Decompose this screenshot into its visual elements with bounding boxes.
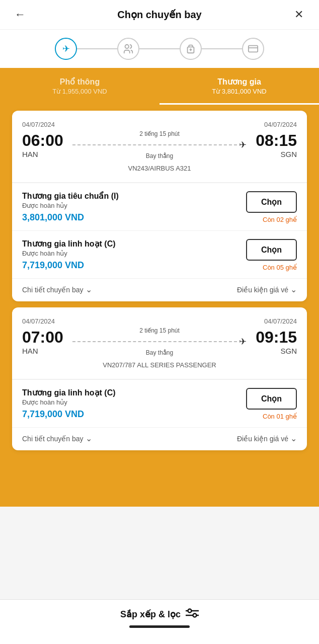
flight-card-2: 04/07/2024 04/07/2024 07:00 HAN 2 tiếng … xyxy=(12,307,307,450)
fare-1-2-refund: Được hoàn hủy xyxy=(22,250,246,257)
tab-bar: Phổ thông Từ 1,955,000 VND Thương gia Từ… xyxy=(0,68,319,105)
fare-1-1-refund: Được hoàn hủy xyxy=(22,202,246,209)
step-flight: ✈ xyxy=(55,38,77,60)
flight-2-departure-airport: HAN xyxy=(22,347,67,355)
flight-1-details-chevron: ⌄ xyxy=(86,285,92,294)
fare-1-1-name: Thương gia tiêu chuẩn (I) xyxy=(22,191,246,201)
flight-2-arrival-airport: SGN xyxy=(252,347,297,355)
flight-1-departure-airport: HAN xyxy=(22,150,67,158)
fare-1-2-seats: Còn 05 ghế xyxy=(263,264,297,271)
header: ← Chọn chuyến bay ✕ xyxy=(0,0,319,30)
flight-1-arrival-time: 08:15 xyxy=(252,131,297,150)
flight-1-conditions-link[interactable]: Điều kiện giá vé ⌄ xyxy=(237,285,297,294)
flight-2-duration: 2 tiếng 15 phút xyxy=(139,327,180,334)
flight-card-1: 04/07/2024 04/07/2024 06:00 HAN 2 tiếng … xyxy=(12,111,307,301)
flight-2-arrival-date: 04/07/2024 xyxy=(264,317,297,325)
flight-2-arrival-time: 09:15 xyxy=(252,328,297,347)
svg-rect-4 xyxy=(249,46,258,52)
flight-2-line xyxy=(72,341,237,342)
flight-1-type: Bay thẳng xyxy=(146,152,173,159)
progress-steps: ✈ xyxy=(0,30,319,68)
flight-1-departure-date: 04/07/2024 xyxy=(22,121,55,128)
flight-2-footer: Chi tiết chuyến bay ⌄ Điều kiện giá vé ⌄ xyxy=(12,427,307,450)
bottom-bar: Sắp xếp & lọc xyxy=(0,599,319,644)
fare-2-1-seats: Còn 01 ghế xyxy=(263,413,297,420)
step-payment xyxy=(242,38,264,60)
flight-1-arrow: ✈ xyxy=(239,139,247,150)
flight-1-line xyxy=(72,144,237,145)
sort-filter-label: Sắp xếp & lọc xyxy=(120,609,181,620)
svg-point-9 xyxy=(193,614,197,617)
filter-icon xyxy=(186,608,199,620)
fare-2-1: Thương gia linh hoạt (C) Được hoàn hủy 7… xyxy=(12,379,307,427)
flight-2-arrow: ✈ xyxy=(239,336,247,347)
fare-2-1-price: 7,719,000 VND xyxy=(22,409,246,420)
flight-1-details-link[interactable]: Chi tiết chuyến bay ⌄ xyxy=(22,285,92,294)
flight-1-conditions-chevron: ⌄ xyxy=(290,285,297,294)
fare-1-1-price: 3,801,000 VND xyxy=(22,212,246,223)
flight-1-departure-time: 06:00 xyxy=(22,131,67,150)
tab-thuong-gia[interactable]: Thương gia Từ 3,801,000 VND xyxy=(160,68,319,105)
fare-1-2: Thương gia linh hoạt (C) Được hoàn hủy 7… xyxy=(12,230,307,278)
back-button[interactable]: ← xyxy=(10,8,30,21)
flight-2-details-label: Chi tiết chuyến bay xyxy=(22,435,84,443)
fare-1-2-name: Thương gia linh hoạt (C) xyxy=(22,239,246,249)
fare-2-1-refund: Được hoàn hủy xyxy=(22,398,246,406)
fare-1-2-select-button[interactable]: Chọn xyxy=(246,239,297,261)
tab-pho-thong[interactable]: Phổ thông Từ 1,955,000 VND xyxy=(0,68,160,105)
fare-1-2-price: 7,719,000 VND xyxy=(22,260,246,271)
page-title: Chọn chuyến bay xyxy=(30,9,289,21)
sort-filter-button[interactable]: Sắp xếp & lọc xyxy=(10,608,309,620)
svg-point-7 xyxy=(188,609,192,613)
flight-2-departure-time: 07:00 xyxy=(22,328,67,347)
step-line-2 xyxy=(139,48,180,49)
step-luggage xyxy=(180,38,202,60)
flight-2-code: VN207/787 ALL SERIES PASSENGER xyxy=(22,356,297,372)
flight-1-footer: Chi tiết chuyến bay ⌄ Điều kiện giá vé ⌄ xyxy=(12,278,307,301)
step-line-1 xyxy=(77,48,117,49)
flight-2-departure-date: 04/07/2024 xyxy=(22,317,55,325)
flight-2-info: 04/07/2024 04/07/2024 07:00 HAN 2 tiếng … xyxy=(12,307,307,379)
flight-2-details-chevron: ⌄ xyxy=(86,434,92,443)
flight-1-duration: 2 tiếng 15 phút xyxy=(139,130,180,137)
step-line-3 xyxy=(202,48,242,49)
flight-1-code: VN243/AIRBUS A321 xyxy=(22,159,297,175)
tab-thuong-gia-price: Từ 3,801,000 VND xyxy=(166,88,313,95)
flight-2-conditions-label: Điều kiện giá vé xyxy=(237,435,288,443)
fare-2-1-name: Thương gia linh hoạt (C) xyxy=(22,388,246,397)
flight-2-details-link[interactable]: Chi tiết chuyến bay ⌄ xyxy=(22,434,92,443)
tab-pho-thong-label: Phổ thông xyxy=(6,77,153,87)
flight-1-info: 04/07/2024 04/07/2024 06:00 HAN 2 tiếng … xyxy=(12,111,307,183)
fare-1-1-seats: Còn 02 ghế xyxy=(263,216,297,223)
flight-1-arrival-airport: SGN xyxy=(252,150,297,158)
main-content: 04/07/2024 04/07/2024 06:00 HAN 2 tiếng … xyxy=(0,105,319,507)
flight-1-arrival-date: 04/07/2024 xyxy=(264,121,297,128)
home-indicator xyxy=(129,625,190,628)
close-button[interactable]: ✕ xyxy=(289,8,309,21)
tab-pho-thong-price: Từ 1,955,000 VND xyxy=(6,88,153,95)
flight-2-conditions-link[interactable]: Điều kiện giá vé ⌄ xyxy=(237,434,297,443)
tab-thuong-gia-label: Thương gia xyxy=(166,77,313,87)
fare-1-1-select-button[interactable]: Chọn xyxy=(246,191,297,213)
fare-2-1-select-button[interactable]: Chọn xyxy=(246,388,297,410)
flight-2-type: Bay thẳng xyxy=(146,349,173,356)
svg-point-0 xyxy=(125,45,129,48)
flight-1-details-label: Chi tiết chuyến bay xyxy=(22,286,84,294)
flight-1-conditions-label: Điều kiện giá vé xyxy=(237,286,288,294)
step-passengers xyxy=(117,38,139,60)
flight-2-conditions-chevron: ⌄ xyxy=(290,434,297,443)
fare-1-1: Thương gia tiêu chuẩn (I) Được hoàn hủy … xyxy=(12,183,307,230)
